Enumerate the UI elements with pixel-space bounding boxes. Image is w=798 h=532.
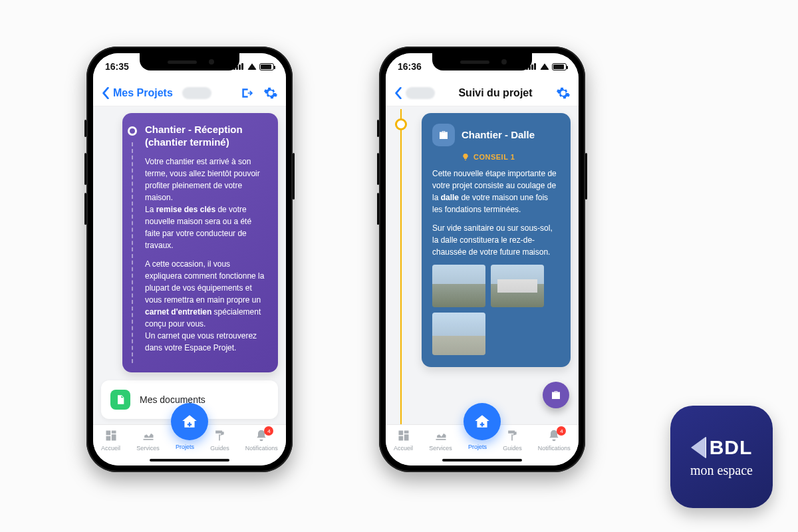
stage-paragraph: Sur vide sanitaire ou sur sous-sol, la d… xyxy=(432,222,560,258)
gear-icon[interactable] xyxy=(263,86,278,100)
gear-icon[interactable] xyxy=(556,86,571,100)
stage-title: Chantier - Réception (chantier terminé) xyxy=(145,124,267,149)
stage-paragraph: Cette nouvelle étape importante de votre… xyxy=(432,168,560,215)
project-name-blurred xyxy=(182,87,211,99)
tab-accueil[interactable]: Accueil xyxy=(101,429,120,452)
briefcase-icon xyxy=(550,389,562,401)
brand-name: BDL xyxy=(710,436,753,459)
clock: 16:36 xyxy=(398,61,422,72)
tab-notifications[interactable]: 4 Notifications xyxy=(245,429,278,452)
timeline-marker-icon xyxy=(128,126,137,136)
notification-badge: 4 xyxy=(264,426,273,436)
phone-mes-projets: 16:35 Mes Projets xyxy=(86,47,293,472)
row-label: Mes documents xyxy=(140,394,205,405)
tab-guides[interactable]: Guides xyxy=(503,429,522,452)
tab-notifications[interactable]: 4 Notifications xyxy=(538,429,571,452)
briefcase-icon xyxy=(432,124,455,146)
timeline-line xyxy=(400,109,402,424)
back-label-blurred xyxy=(406,87,435,99)
tab-guides[interactable]: Guides xyxy=(210,429,229,452)
back-button[interactable] xyxy=(394,87,435,99)
roller-icon xyxy=(213,429,226,442)
battery-icon xyxy=(259,63,274,70)
tab-accueil[interactable]: Accueil xyxy=(394,429,413,452)
navbar: Mes Projets xyxy=(93,80,286,106)
stage-paragraph: Votre chantier est arrivé à son terme, v… xyxy=(145,156,267,251)
notification-badge: 4 xyxy=(557,426,566,436)
home-indicator[interactable] xyxy=(442,459,522,462)
services-icon xyxy=(434,429,448,442)
conseil-badge: CONSEIL 1 xyxy=(462,153,560,161)
device-notch xyxy=(140,53,239,70)
wifi-icon xyxy=(247,63,257,70)
fab-home-button[interactable] xyxy=(464,403,501,440)
timeline-line xyxy=(132,142,133,363)
chevron-left-icon xyxy=(691,437,706,458)
timeline-marker-icon xyxy=(395,118,407,130)
services-icon xyxy=(142,429,155,442)
page-title: Suivi du projet xyxy=(458,87,532,99)
chevron-left-icon xyxy=(101,87,110,99)
tab-services[interactable]: Services xyxy=(429,429,452,452)
wifi-icon xyxy=(540,63,549,70)
photo-thumbnails xyxy=(432,265,560,355)
grid-icon xyxy=(397,429,410,442)
phone-suivi-projet: 16:36 Suivi du projet xyxy=(379,47,585,472)
photo-thumbnail[interactable] xyxy=(491,265,544,307)
stage-title: Chantier - Dalle xyxy=(462,129,535,142)
home-plus-icon xyxy=(181,413,198,430)
home-indicator[interactable] xyxy=(150,459,229,462)
brand-tagline: mon espace xyxy=(690,463,753,478)
document-icon xyxy=(110,390,130,410)
back-label: Mes Projets xyxy=(113,87,173,99)
chevron-left-icon xyxy=(394,87,403,99)
photo-thumbnail[interactable] xyxy=(432,265,485,307)
photo-thumbnail[interactable] xyxy=(432,313,485,355)
logout-icon[interactable] xyxy=(239,86,254,100)
lightbulb-icon xyxy=(462,153,469,161)
grid-icon xyxy=(104,429,118,442)
app-icon-bdl: BDL mon espace xyxy=(670,406,773,508)
stage-paragraph: A cette occasion, il vous expliquera com… xyxy=(145,258,267,354)
home-plus-icon xyxy=(473,413,491,430)
stage-card-reception[interactable]: Chantier - Réception (chantier terminé) … xyxy=(122,113,278,372)
battery-icon xyxy=(552,63,567,70)
clock: 16:35 xyxy=(105,61,129,72)
stage-card-dalle[interactable]: Chantier - Dalle CONSEIL 1 Cette nouvell… xyxy=(422,113,571,367)
roller-icon xyxy=(505,429,519,442)
back-button[interactable]: Mes Projets xyxy=(101,87,211,99)
navbar: Suivi du projet xyxy=(386,80,579,106)
tab-services[interactable]: Services xyxy=(136,429,160,452)
fab-home-button[interactable] xyxy=(171,403,208,440)
mini-fab-button[interactable] xyxy=(543,382,569,408)
device-notch xyxy=(432,53,532,70)
